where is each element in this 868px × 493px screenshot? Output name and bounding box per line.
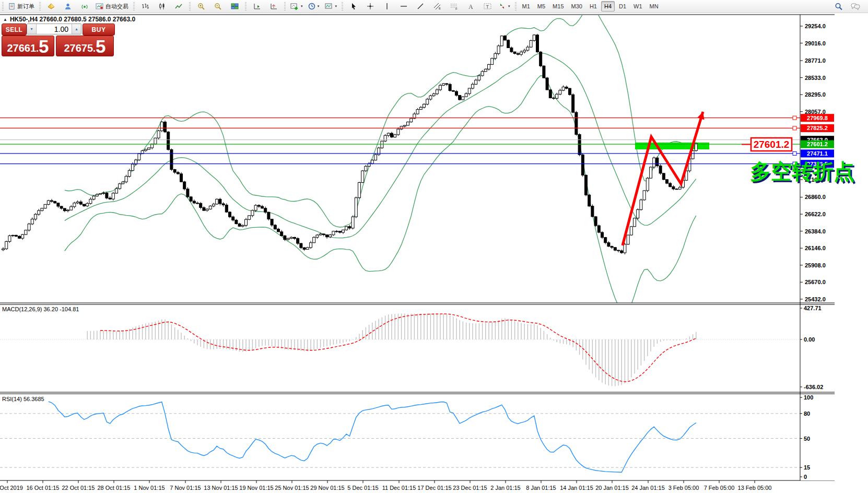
sell-button[interactable]: SELL bbox=[2, 24, 27, 36]
buy-price[interactable]: 27675.5 bbox=[56, 36, 114, 56]
candlestick-chart-button[interactable] bbox=[154, 1, 170, 12]
one-click-trading-panel: SELL ▾ ▴ BUY 27661.5 27675.5 bbox=[2, 24, 115, 57]
candlestick-chart-icon bbox=[158, 3, 166, 10]
toolbar-grip[interactable] bbox=[39, 2, 41, 11]
svg-text:E: E bbox=[439, 7, 441, 10]
svg-text:25908.0: 25908.0 bbox=[805, 262, 826, 268]
bar-chart-button[interactable] bbox=[137, 1, 153, 12]
timeframe-m5[interactable]: M5 bbox=[534, 1, 548, 11]
auto-trading-button[interactable]: 自动交易 bbox=[93, 1, 131, 12]
svg-text:24 Jan 01:15: 24 Jan 01:15 bbox=[631, 485, 665, 491]
clock-icon bbox=[308, 3, 315, 10]
templates-button[interactable]: ▾ bbox=[323, 1, 339, 12]
svg-text:5 Dec 01:15: 5 Dec 01:15 bbox=[347, 485, 378, 491]
hline-handle bbox=[793, 151, 796, 155]
one-click-toggle-icon[interactable]: ▲ bbox=[3, 17, 7, 22]
chart-shift-icon bbox=[270, 3, 278, 10]
svg-text:A: A bbox=[468, 3, 473, 10]
timeframe-w1[interactable]: W1 bbox=[630, 1, 646, 11]
arrows-icon bbox=[498, 3, 506, 10]
horizontal-line-button[interactable] bbox=[396, 1, 412, 12]
dropdown-caret-icon: ▾ bbox=[508, 4, 510, 8]
highlight-zone[interactable] bbox=[635, 143, 709, 149]
buy-button[interactable]: BUY bbox=[83, 24, 115, 36]
tile-windows-button[interactable] bbox=[227, 1, 242, 12]
arrows-button[interactable]: ▾ bbox=[496, 1, 512, 12]
new-chart-icon bbox=[290, 3, 299, 10]
timeframe-d1[interactable]: D1 bbox=[616, 1, 629, 11]
arrange-toolbar-group bbox=[249, 0, 282, 13]
svg-text:3 Feb 05:00: 3 Feb 05:00 bbox=[668, 485, 699, 491]
sell-price[interactable]: 27661.5 bbox=[2, 36, 54, 56]
svg-text:28295.0: 28295.0 bbox=[805, 91, 826, 98]
new-order-button[interactable]: 新订单 bbox=[6, 1, 37, 12]
volume-up-button[interactable]: ▴ bbox=[72, 24, 81, 34]
text-label-icon: T bbox=[484, 3, 491, 10]
svg-text:29254.0: 29254.0 bbox=[805, 23, 826, 29]
text-label-button[interactable]: T bbox=[479, 1, 495, 12]
cursor-button[interactable] bbox=[346, 1, 361, 12]
toolbar-grip[interactable] bbox=[515, 2, 517, 11]
zoom-in-icon bbox=[197, 3, 205, 10]
vertical-line-icon bbox=[384, 3, 390, 10]
volume-down-button[interactable]: ▾ bbox=[27, 24, 37, 34]
objects-toolbar-group: E F A T ▾ bbox=[345, 0, 513, 13]
auto-scroll-button[interactable] bbox=[249, 1, 265, 12]
toolbar-grip[interactable] bbox=[245, 2, 247, 11]
fibonacci-button[interactable]: F bbox=[446, 1, 462, 12]
chat-button[interactable] bbox=[848, 1, 863, 12]
zoom-in-button[interactable] bbox=[193, 1, 209, 12]
timeframe-m15[interactable]: M15 bbox=[549, 1, 567, 11]
crosshair-button[interactable] bbox=[362, 1, 378, 12]
text-button[interactable]: A bbox=[463, 1, 478, 12]
search-button[interactable] bbox=[831, 1, 847, 12]
timeframe-m1[interactable]: M1 bbox=[519, 1, 533, 11]
toolbar-grip[interactable] bbox=[133, 2, 135, 11]
trendline-icon bbox=[417, 3, 424, 10]
svg-text:427.71: 427.71 bbox=[804, 305, 822, 311]
volume-input[interactable] bbox=[37, 24, 72, 34]
tile-windows-icon bbox=[231, 3, 239, 10]
svg-text:14 Jan 01:15: 14 Jan 01:15 bbox=[560, 485, 593, 491]
symbol-ohlc-text: HK50-,H4 27660.0 27680.5 27586.0 27663.0 bbox=[10, 16, 135, 23]
toolbar-grip[interactable] bbox=[284, 2, 286, 11]
svg-text:F: F bbox=[455, 7, 458, 10]
hline-handle bbox=[793, 116, 796, 120]
svg-text:26622.0: 26622.0 bbox=[805, 211, 826, 217]
account-button[interactable] bbox=[60, 1, 76, 12]
svg-text:26146.0: 26146.0 bbox=[805, 245, 826, 251]
equidistant-channel-button[interactable]: E bbox=[429, 1, 445, 12]
auto-scroll-icon bbox=[253, 3, 261, 10]
deposit-button[interactable] bbox=[43, 1, 59, 12]
trendline-button[interactable] bbox=[413, 1, 428, 12]
toolbar-grip[interactable] bbox=[342, 2, 343, 11]
chat-icon bbox=[851, 3, 860, 10]
toolbar-grip[interactable] bbox=[2, 2, 4, 11]
buy-price-main: 27675 bbox=[64, 41, 93, 55]
svg-text:27601.2: 27601.2 bbox=[807, 141, 828, 147]
svg-text:15: 15 bbox=[804, 464, 810, 471]
timeframe-m30[interactable]: M30 bbox=[568, 1, 585, 11]
vertical-line-button[interactable] bbox=[379, 1, 395, 12]
timeframe-mn[interactable]: MN bbox=[647, 1, 662, 11]
timeframe-h4[interactable]: H4 bbox=[601, 1, 615, 11]
new-chart-button[interactable]: ▾ bbox=[288, 1, 305, 12]
symbol-title: ▲ HK50-,H4 27660.0 27680.5 27586.0 27663… bbox=[3, 16, 135, 23]
svg-text:28771.0: 28771.0 bbox=[805, 57, 826, 64]
toolbar-grip[interactable] bbox=[189, 2, 191, 11]
line-chart-button[interactable] bbox=[171, 1, 186, 12]
signal-button[interactable] bbox=[77, 1, 92, 12]
svg-text:28533.0: 28533.0 bbox=[805, 75, 826, 81]
svg-text:16 Oct 01:15: 16 Oct 01:15 bbox=[27, 485, 60, 491]
svg-text:-636.02: -636.02 bbox=[804, 384, 823, 390]
chart-shift-button[interactable] bbox=[266, 1, 281, 12]
equidistant-channel-icon: E bbox=[433, 3, 441, 10]
svg-text:10 Oct 2019: 10 Oct 2019 bbox=[0, 485, 23, 491]
timeframe-h1[interactable]: H1 bbox=[587, 1, 600, 11]
svg-text:20 Jan 01:15: 20 Jan 01:15 bbox=[595, 485, 629, 491]
sell-price-main: 27661 bbox=[7, 41, 36, 55]
chart-canvas[interactable]: 29254.029016.028771.028533.028295.028057… bbox=[0, 0, 868, 493]
zoom-out-button[interactable] bbox=[210, 1, 226, 12]
svg-text:7 Feb 05:00: 7 Feb 05:00 bbox=[704, 485, 735, 491]
period-button[interactable]: ▾ bbox=[306, 1, 322, 12]
